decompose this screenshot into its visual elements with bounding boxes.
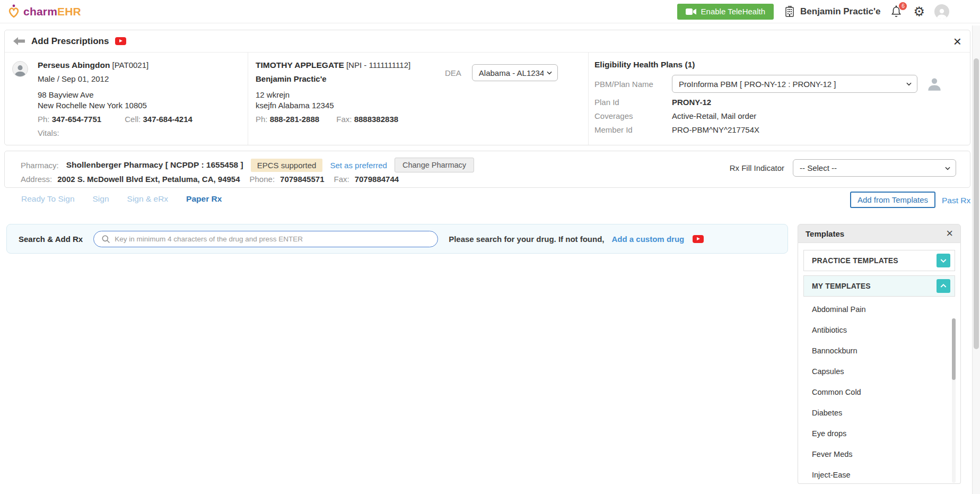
template-item[interactable]: Bannockburn <box>803 340 955 361</box>
provider-name: TIMOTHY APPLEGATE <box>256 60 344 70</box>
tab-sign[interactable]: Sign <box>93 194 109 204</box>
provider-info: TIMOTHY APPLEGATE [NPI - 1111111112] Ben… <box>256 60 447 125</box>
practice-selector[interactable]: Benjamin Practic'e <box>783 5 880 18</box>
pharmacy-phone-label: Phone: <box>250 175 275 184</box>
template-item[interactable]: Inject-Ease <box>803 464 955 485</box>
pharmacy-fax: 7079884744 <box>355 175 399 184</box>
tab-ready-to-sign[interactable]: Ready To Sign <box>21 194 75 204</box>
page-scrollbar-thumb[interactable] <box>974 58 979 349</box>
pharmacy-name: Shollenberger Pharmacy [ NCPDP : 1655458… <box>66 160 243 170</box>
set-as-preferred-link[interactable]: Set as preferred <box>330 161 387 170</box>
divider <box>588 53 589 145</box>
pharmacy-phone: 7079845571 <box>280 175 324 184</box>
template-item[interactable]: Antibiotics <box>803 319 955 340</box>
charmehr-logo[interactable]: charmEHR <box>7 4 81 19</box>
templates-close-icon[interactable]: × <box>946 228 953 239</box>
past-rx-link[interactable]: Past Rx <box>942 196 970 205</box>
rx-fill-indicator-select[interactable]: -- Select -- <box>793 159 956 177</box>
patient-cell: 347-684-4214 <box>143 115 192 124</box>
pharmacy-address: 2002 S. McDowell Blvd Ext, Petaluma, CA,… <box>57 175 240 184</box>
pbm-plan-label: PBM/Plan Name <box>594 80 672 89</box>
patient-name: Perseus Abingdon <box>38 60 110 70</box>
my-templates-collapse-button[interactable] <box>937 279 950 293</box>
provider-phone: 888-281-2888 <box>270 115 319 124</box>
pbm-plan-select[interactable]: ProInforma PBM [ PRO-NY-12 : PRONY-12 ] <box>672 75 917 93</box>
practice-name: Benjamin Practic'e <box>800 6 880 17</box>
chevron-down-icon <box>944 164 951 172</box>
page-scrollbar <box>972 25 980 494</box>
search-icon <box>101 235 110 244</box>
pharmacy-label: Pharmacy: <box>21 161 59 170</box>
templates-list-scrollbar-thumb[interactable] <box>952 318 956 380</box>
chevron-up-icon <box>939 282 948 290</box>
youtube-custom-drug-icon[interactable] <box>693 235 704 243</box>
back-arrow-icon[interactable] <box>13 37 25 46</box>
patient-id: [PAT0021] <box>112 60 149 70</box>
divider <box>248 53 248 145</box>
dea-select[interactable]: Alabama - AL12345 <box>472 64 558 81</box>
drug-search-input[interactable] <box>115 235 430 243</box>
tab-paper-rx[interactable]: Paper Rx <box>186 194 222 204</box>
patient-avatar <box>12 61 28 77</box>
provider-fax: 8888382838 <box>354 115 398 124</box>
plan-id-label: Plan Id <box>594 98 672 107</box>
patient-address-line1: 98 Bayview Ave <box>38 90 240 100</box>
rx-tabs: Ready To Sign Sign Sign & eRx Paper Rx <box>21 194 222 204</box>
notification-badge: 6 <box>899 2 907 10</box>
templates-title: Templates <box>806 229 844 238</box>
user-avatar[interactable] <box>934 4 949 19</box>
settings-gear-icon[interactable]: ⚙ <box>913 5 925 18</box>
chevron-down-icon <box>905 80 913 88</box>
add-from-templates-button[interactable]: Add from Templates <box>850 192 935 208</box>
my-templates-section[interactable]: MY TEMPLATES <box>803 275 955 297</box>
provider-fax-label: Fax: <box>336 115 352 124</box>
pharmacy-card: Pharmacy: Shollenberger Pharmacy [ NCPDP… <box>4 151 970 188</box>
drug-search-box <box>93 231 438 247</box>
heart-logo-icon <box>7 4 20 19</box>
provider-address-line2: ksejfn Alabama 12345 <box>256 100 447 111</box>
chevron-down-icon <box>546 69 553 76</box>
template-item[interactable]: Abdominal Pain <box>803 299 955 319</box>
prescriptions-card: Add Prescriptions × Perseus Abingdon [PA… <box>4 30 970 145</box>
tab-sign-erx[interactable]: Sign & eRx <box>127 194 169 204</box>
enable-telehealth-button[interactable]: Enable TeleHealth <box>677 4 774 20</box>
notifications-bell-icon[interactable]: 6 <box>890 5 904 19</box>
page-title: Add Prescriptions <box>31 36 109 47</box>
search-help-text: Please search for your drug. If not foun… <box>449 235 604 244</box>
patient-info: Perseus Abingdon [PAT0021] Male / Sep 01… <box>12 60 240 138</box>
coverages-value: Active-Retail, Mail order <box>672 111 756 120</box>
patient-phone: 347-654-7751 <box>52 115 101 124</box>
pharmacy-fax-label: Fax: <box>334 175 349 184</box>
template-item[interactable]: Eye drops <box>803 423 955 444</box>
patient-cell-label: Cell: <box>125 115 141 124</box>
search-add-rx-panel: Search & Add Rx Please search for your d… <box>6 224 788 254</box>
templates-list: Abdominal Pain Antibiotics Bannockburn C… <box>803 299 955 485</box>
template-item[interactable]: Common Cold <box>803 382 955 402</box>
youtube-help-icon[interactable] <box>115 37 126 45</box>
provider-ph-label: Ph: <box>256 115 268 124</box>
template-item[interactable]: Diabetes <box>803 402 955 423</box>
plan-id-value: PRONY-12 <box>672 98 711 107</box>
member-id-value: PRO-PBM^NY^217754X <box>672 125 759 134</box>
practice-templates-expand-button[interactable] <box>937 254 950 267</box>
template-item[interactable]: Fever Meds <box>803 444 955 464</box>
search-add-rx-label: Search & Add Rx <box>19 235 83 244</box>
pharmacy-address-label: Address: <box>21 175 52 184</box>
close-icon[interactable]: × <box>953 34 961 48</box>
provider-address-line1: 12 wkrejn <box>256 90 447 100</box>
provider-npi: [NPI - 1111111112] <box>346 60 410 70</box>
eligibility-info: Eligibility Health Plans (1) PBM/Plan Na… <box>594 60 960 139</box>
template-item[interactable]: Capsules <box>803 361 955 382</box>
patient-address-line2: New Rochelle New York 10805 <box>38 100 240 111</box>
practice-templates-section[interactable]: PRACTICE TEMPLATES <box>803 250 955 271</box>
member-id-label: Member Id <box>594 125 672 134</box>
dea-label: DEA <box>445 68 461 77</box>
rx-fill-indicator-label: Rx Fill Indicator <box>730 163 784 172</box>
video-camera-icon <box>686 8 696 15</box>
chevron-down-icon <box>939 256 948 265</box>
member-person-icon[interactable] <box>927 77 942 91</box>
provider-practice: Benjamin Practic'e <box>256 74 447 84</box>
change-pharmacy-button[interactable]: Change Pharmacy <box>395 158 474 172</box>
add-custom-drug-link[interactable]: Add a custom drug <box>612 235 685 244</box>
epcs-supported-badge: EPCS supported <box>251 159 323 172</box>
